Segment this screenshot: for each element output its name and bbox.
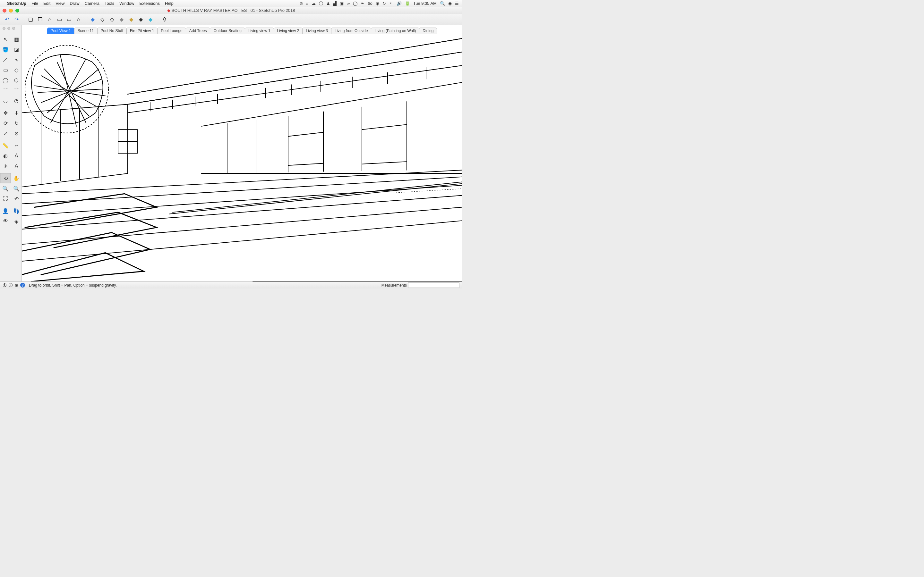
toolbar-house-icon[interactable]: ⌂ bbox=[45, 15, 54, 24]
style-hidden-icon[interactable]: ◇ bbox=[108, 15, 116, 24]
circle-tool[interactable]: ◯ bbox=[0, 75, 11, 85]
scene-tab[interactable]: Pool View 1 bbox=[47, 27, 74, 34]
scene-tab[interactable]: Dining bbox=[419, 27, 437, 34]
scene-tab[interactable]: Add Trees bbox=[186, 27, 210, 34]
style-mono-icon[interactable]: ◆ bbox=[118, 15, 126, 24]
protractor-tool[interactable]: ◐ bbox=[0, 151, 11, 161]
scene-tab[interactable]: Living view 1 bbox=[245, 27, 274, 34]
spotlight-icon[interactable]: 🔍 bbox=[440, 1, 445, 6]
geo-location-icon[interactable]: ⦿ bbox=[3, 283, 7, 287]
menubar-clock[interactable]: Tue 9:35 AM bbox=[413, 1, 437, 6]
arc3-tool[interactable]: ◡ bbox=[0, 95, 11, 106]
menu-view[interactable]: View bbox=[55, 1, 65, 6]
plugin-icon[interactable]: ◊ bbox=[160, 15, 169, 24]
menu-extensions[interactable]: Extensions bbox=[139, 1, 160, 6]
zoom-button[interactable] bbox=[15, 9, 19, 13]
status-info-icon[interactable]: ⓘ bbox=[319, 1, 323, 6]
rectangle-tool[interactable]: ▭ bbox=[0, 65, 11, 75]
scene-tab[interactable]: Living view 3 bbox=[302, 27, 331, 34]
status-glasses-icon[interactable]: 6ó bbox=[368, 1, 372, 6]
status-evernote-icon[interactable]: ❧ bbox=[361, 1, 365, 6]
3dtext-tool[interactable]: A bbox=[11, 161, 22, 171]
zoom-extents-tool[interactable]: ⛶ bbox=[0, 193, 11, 204]
component-tool[interactable]: ▦ bbox=[11, 34, 22, 44]
text-tool[interactable]: A bbox=[11, 151, 22, 161]
toolbar-file1-icon[interactable]: ▭ bbox=[55, 15, 63, 24]
credits-icon[interactable]: ⓘ bbox=[9, 282, 13, 288]
redo-button[interactable]: ↷ bbox=[12, 15, 21, 24]
toolbar-file2-icon[interactable]: ▭ bbox=[65, 15, 73, 24]
menu-tools[interactable]: Tools bbox=[105, 1, 114, 6]
status-app1-icon[interactable]: ♟ bbox=[326, 1, 330, 6]
app-menu[interactable]: SketchUp bbox=[7, 1, 26, 6]
scene-tab[interactable]: Living from Outside bbox=[331, 27, 371, 34]
panel-zoom-dot[interactable] bbox=[12, 27, 15, 30]
scene-tab[interactable]: Living view 2 bbox=[274, 27, 303, 34]
select-tool[interactable]: ↖ bbox=[0, 34, 11, 44]
arc-tool[interactable]: ⌒ bbox=[0, 85, 11, 95]
pan-tool[interactable]: ✋ bbox=[11, 173, 22, 183]
panel-close-dot[interactable] bbox=[3, 27, 5, 30]
previous-tool[interactable]: ↶ bbox=[11, 193, 22, 204]
status-circle-icon[interactable]: ◯ bbox=[353, 1, 358, 6]
scene-tab[interactable]: Fire Pit view 1 bbox=[126, 27, 158, 34]
tape-tool[interactable]: 📏 bbox=[0, 140, 11, 151]
status-app2-icon[interactable]: ▟ bbox=[333, 1, 336, 6]
lookaround-tool[interactable]: 👁 bbox=[0, 216, 11, 226]
menu-draw[interactable]: Draw bbox=[69, 1, 79, 6]
scene-tab[interactable]: Living (Painting on Wall) bbox=[371, 27, 419, 34]
eraser-tool[interactable]: ◪ bbox=[11, 44, 22, 55]
move-tool[interactable]: ✥ bbox=[0, 108, 11, 118]
menu-file[interactable]: File bbox=[31, 1, 38, 6]
siri-icon[interactable]: ◉ bbox=[448, 1, 452, 6]
section-tool[interactable]: ◈ bbox=[11, 216, 22, 226]
toolbar-box-icon[interactable]: ▢ bbox=[26, 15, 35, 24]
measurements-input[interactable] bbox=[408, 282, 459, 288]
undo-button[interactable]: ↶ bbox=[3, 15, 11, 24]
help-icon[interactable]: ? bbox=[20, 283, 25, 287]
toolbar-cube-icon[interactable]: ❒ bbox=[36, 15, 44, 24]
style-tex-icon[interactable]: ◆ bbox=[127, 15, 136, 24]
scene-tab[interactable]: Pool Lounge bbox=[157, 27, 186, 34]
status-volume-icon[interactable]: 🔊 bbox=[397, 1, 402, 6]
pie-tool[interactable]: ◔ bbox=[11, 95, 22, 106]
status-history-icon[interactable]: ↻ bbox=[383, 1, 386, 6]
menu-help[interactable]: Help bbox=[165, 1, 174, 6]
line-tool[interactable]: ／ bbox=[0, 55, 11, 65]
orbit-tool[interactable]: ⟲ bbox=[0, 173, 11, 183]
status-dropbox-icon[interactable]: ⟁ bbox=[306, 1, 309, 6]
scene-tab[interactable]: Scene 11 bbox=[74, 27, 97, 34]
pushpull-tool[interactable]: ⬍ bbox=[11, 108, 22, 118]
status-camera-icon[interactable]: ⎚ bbox=[300, 1, 302, 6]
zoom-tool[interactable]: 🔍 bbox=[0, 183, 11, 193]
scale-tool[interactable]: ⤢ bbox=[0, 128, 11, 139]
followme-tool[interactable]: ↻ bbox=[11, 118, 22, 128]
close-button[interactable] bbox=[3, 9, 6, 13]
status-wifi-icon[interactable]: ᯤ bbox=[389, 1, 393, 6]
style-wire-icon[interactable]: ◇ bbox=[98, 15, 107, 24]
scene-tab[interactable]: Pool No Stuff bbox=[97, 27, 127, 34]
model-viewport[interactable] bbox=[22, 25, 462, 282]
offset-tool[interactable]: ⊙ bbox=[11, 128, 22, 139]
position-camera-tool[interactable]: 👤 bbox=[0, 206, 11, 216]
style-shaded-icon[interactable]: ◆ bbox=[89, 15, 97, 24]
freehand-tool[interactable]: ∿ bbox=[11, 55, 22, 65]
rotate-tool[interactable]: ⟳ bbox=[0, 118, 11, 128]
walk-tool[interactable]: 👣 bbox=[11, 206, 22, 216]
rotated-rect-tool[interactable]: ◇ bbox=[11, 65, 22, 75]
scene-tab[interactable]: Outdoor Seating bbox=[210, 27, 245, 34]
notification-center-icon[interactable]: ☰ bbox=[455, 1, 459, 6]
menu-camera[interactable]: Camera bbox=[85, 1, 99, 6]
status-battery-icon[interactable]: 🔋 bbox=[405, 1, 410, 6]
style-back-icon[interactable]: ◆ bbox=[146, 15, 155, 24]
panel-min-dot[interactable] bbox=[7, 27, 10, 30]
dimension-tool[interactable]: ↔ bbox=[11, 140, 22, 151]
polygon-tool[interactable]: ⬡ bbox=[11, 75, 22, 85]
status-cloud-icon[interactable]: ☁ bbox=[312, 1, 316, 6]
status-panel-icon[interactable]: ▣ bbox=[340, 1, 344, 6]
toolbar-house2-icon[interactable]: ⌂ bbox=[74, 15, 83, 24]
style-xray-icon[interactable]: ◆ bbox=[137, 15, 145, 24]
status-record-icon[interactable]: ◉ bbox=[376, 1, 379, 6]
menu-edit[interactable]: Edit bbox=[43, 1, 50, 6]
zoom-window-tool[interactable]: 🔍 bbox=[11, 183, 22, 193]
